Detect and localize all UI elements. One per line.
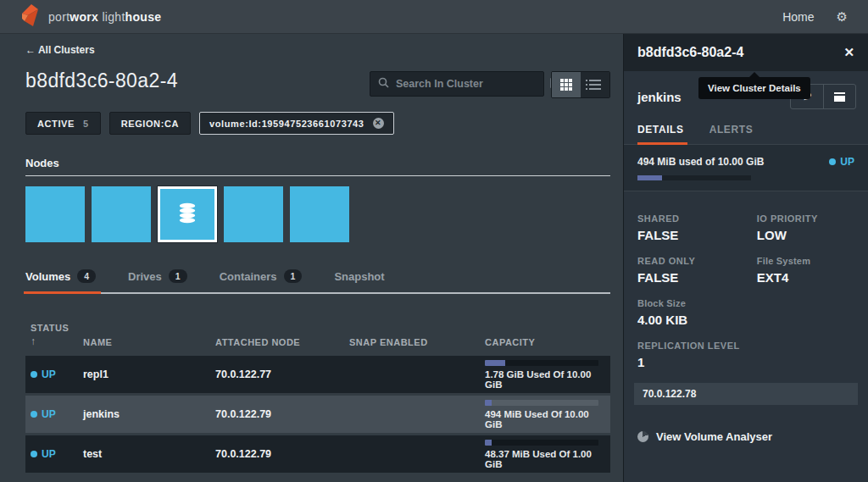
- column-attached-node[interactable]: ATTACHED NODE: [215, 337, 349, 347]
- capacity-text: 494 MiB Used Of 10.00 GiB: [485, 409, 602, 429]
- status-dot-icon: [31, 411, 37, 418]
- status-badge: UP: [31, 448, 83, 460]
- status-dot-icon: [31, 451, 37, 457]
- filter-chip-volume-id[interactable]: volume:Id:195947523661073743 ✕: [199, 112, 394, 135]
- capacity-text: 48.37 MiB Used Of 1.00 GiB: [485, 449, 602, 469]
- grid-view-button[interactable]: [552, 72, 581, 97]
- tab-containers[interactable]: Containers 1: [220, 269, 303, 283]
- node-card-3-selected[interactable]: [158, 186, 217, 242]
- trash-icon: [834, 92, 845, 102]
- replica-node-ip-field[interactable]: [634, 383, 858, 405]
- nodes-section-label: Nodes: [25, 157, 610, 175]
- capacity-bar-fill: [485, 440, 492, 446]
- status-dot-icon: [829, 158, 836, 165]
- volume-name-cell: repl1: [83, 368, 215, 380]
- panel-status-badge: UP: [829, 156, 854, 168]
- brand[interactable]: portworx lighthouse: [20, 3, 161, 30]
- status-badge: UP: [31, 408, 83, 420]
- close-icon[interactable]: ✕: [843, 45, 854, 60]
- capacity-cell: 494 MiB Used Of 10.00 GiB: [485, 400, 610, 429]
- capacity-bar-track: [485, 400, 598, 406]
- page-title: b8dfd3c6-80a2-4: [25, 69, 178, 92]
- nodes-divider: [25, 175, 610, 176]
- tab-snapshot[interactable]: Snapshot: [334, 269, 384, 283]
- panel-header: b8dfd3c6-80a2-4 ✕: [624, 34, 868, 71]
- tab-details[interactable]: DETAILS: [637, 124, 684, 144]
- field-io-priority: IO PRIORITY LOW: [757, 213, 854, 242]
- capacity-bar-fill: [485, 400, 492, 406]
- view-volume-analyser-link[interactable]: View Volume Analyser: [637, 430, 854, 443]
- panel-volume-name: jenkins: [637, 90, 682, 104]
- field-file-system: File System EXT4: [757, 256, 854, 285]
- delete-volume-button[interactable]: [823, 85, 855, 108]
- tab-volumes[interactable]: Volumes 4: [25, 269, 96, 283]
- field-replication-level: REPLICATION LEVEL 1: [637, 341, 854, 369]
- column-name[interactable]: NAME: [83, 337, 215, 347]
- node-card-1[interactable]: [25, 186, 85, 242]
- table-row-test[interactable]: UP test 70.0.122.79 48.37 MiB Used Of 1.…: [25, 435, 610, 473]
- usage-bar-fill: [637, 175, 662, 180]
- capacity-bar-track: [485, 440, 598, 446]
- capacity-cell: 48.37 MiB Used Of 1.00 GiB: [485, 440, 610, 469]
- panel-tabs: DETAILS ALERTS: [624, 120, 868, 145]
- field-read-only: READ ONLY FALSE: [637, 256, 757, 285]
- remove-filter-icon[interactable]: ✕: [373, 118, 384, 129]
- capacity-cell: 1.78 GiB Used Of 10.00 GiB: [485, 360, 610, 390]
- table-row-repl1[interactable]: UP repl1 70.0.122.77 1.78 GiB Used Of 10…: [25, 356, 610, 393]
- usage-bar-track: [637, 175, 751, 180]
- capacity-bar-fill: [485, 360, 505, 366]
- column-status: STATUS: [31, 323, 83, 333]
- capacity-bar-track: [485, 360, 598, 366]
- tab-alerts[interactable]: ALERTS: [709, 124, 754, 144]
- filter-chip-active[interactable]: ACTIVE 5: [25, 112, 101, 135]
- status-dot-icon: [31, 371, 37, 378]
- volumes-table: STATUS ↑ NAME ATTACHED NODE SNAP ENABLED…: [25, 323, 610, 473]
- node-card-2[interactable]: [92, 186, 151, 242]
- filter-chips: ACTIVE 5 REGION:CA volume:Id:19594752366…: [25, 112, 610, 135]
- panel-cluster-title: b8dfd3c6-80a2-4: [637, 45, 743, 60]
- resource-tabs: Volumes 4 Drives 1 Containers 1 Snapshot: [25, 269, 610, 294]
- sort-arrow-icon[interactable]: ↑: [31, 335, 83, 347]
- view-toggle: [551, 71, 610, 98]
- app-header: portworx lighthouse Home ⚙: [0, 0, 868, 34]
- attached-node-cell: 70.0.122.79: [215, 408, 349, 420]
- volumes-count-badge: 4: [77, 269, 96, 283]
- pie-chart-icon: [637, 431, 648, 442]
- filter-chip-count: 5: [83, 119, 89, 129]
- nodes-section: Nodes: [25, 157, 610, 242]
- attached-node-cell: 70.0.122.79: [215, 448, 349, 460]
- home-link[interactable]: Home: [782, 10, 814, 24]
- containers-count-badge: 1: [284, 269, 303, 283]
- field-shared: SHARED FALSE: [637, 213, 757, 242]
- attached-node-cell: 70.0.122.77: [215, 368, 349, 380]
- volume-header-row: jenkins View Cluster Details ✎: [624, 71, 868, 120]
- grid-view-icon: [560, 79, 572, 91]
- tab-drives[interactable]: Drives 1: [128, 269, 187, 283]
- filter-chip-region[interactable]: REGION:CA: [109, 112, 191, 135]
- capacity-text: 1.78 GiB Used Of 10.00 GiB: [485, 369, 602, 390]
- search-icon: [378, 76, 389, 91]
- table-header: STATUS ↑ NAME ATTACHED NODE SNAP ENABLED…: [25, 323, 610, 356]
- view-cluster-details-tooltip: View Cluster Details: [698, 77, 810, 99]
- list-view-button[interactable]: [581, 72, 609, 97]
- breadcrumb-all-clusters[interactable]: ← All Clusters: [25, 44, 610, 56]
- portworx-logo-icon: [20, 3, 40, 30]
- node-card-5[interactable]: [290, 186, 349, 242]
- main-content: ← All Clusters b8dfd3c6-80a2-4: [0, 34, 623, 482]
- usage-text: 494 MiB used of 10.00 GiB: [637, 156, 764, 168]
- settings-gear-icon[interactable]: ⚙: [837, 9, 848, 25]
- drives-count-badge: 1: [169, 269, 187, 283]
- volume-name-cell: test: [83, 448, 215, 460]
- field-block-size: Block Size 4.00 KIB: [637, 298, 854, 327]
- search-input[interactable]: [396, 78, 543, 90]
- column-capacity[interactable]: CAPACITY: [485, 337, 610, 347]
- table-row-jenkins[interactable]: UP jenkins 70.0.122.79 494 MiB Used Of 1…: [25, 396, 610, 433]
- brand-name: portworx lighthouse: [48, 10, 161, 24]
- node-grid: [25, 186, 610, 242]
- node-card-4[interactable]: [224, 186, 283, 242]
- database-icon: [176, 202, 198, 227]
- column-snap-enabled[interactable]: SNAP ENABLED: [349, 337, 485, 347]
- search-box[interactable]: [370, 71, 544, 97]
- back-arrow-icon: ←: [25, 44, 36, 56]
- details-panel: b8dfd3c6-80a2-4 ✕ jenkins View Cluster D…: [623, 34, 868, 482]
